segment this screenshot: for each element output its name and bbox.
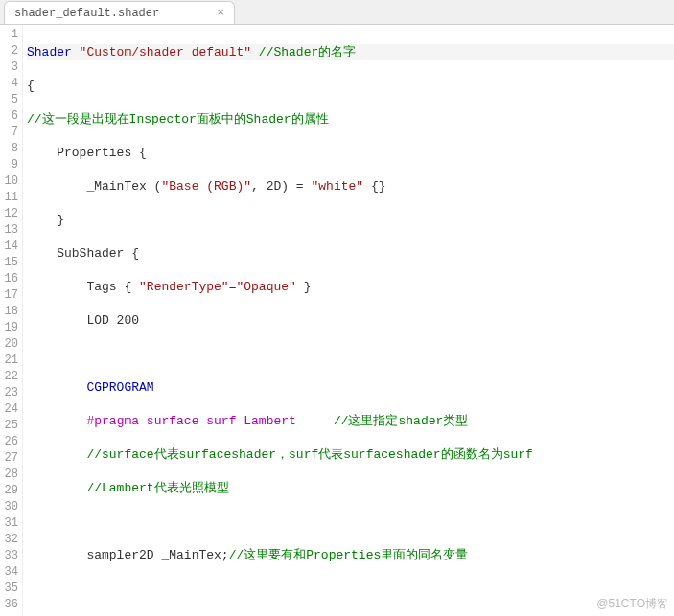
code-token: , 2D) =	[251, 179, 311, 194]
code-token: }	[296, 280, 312, 294]
watermark: @51CTO博客	[596, 596, 668, 612]
file-tab[interactable]: shader_default.shader ×	[4, 1, 235, 24]
line-gutter: 12345678910 11121314151617181920 2122232…	[0, 25, 23, 616]
code-token: surface surf Lambert	[139, 414, 334, 428]
code-token: //这里要有和Properties里面的同名变量	[229, 548, 469, 562]
tab-bar: shader_default.shader ×	[0, 0, 674, 25]
code-token: //Shader的名字	[251, 45, 356, 59]
code-editor[interactable]: 12345678910 11121314151617181920 2122232…	[0, 25, 674, 616]
code-token: sampler2D _MainTex;	[27, 548, 229, 562]
code-token: Properties {	[27, 146, 147, 160]
code-token: _MainTex (	[27, 179, 161, 194]
code-token: }	[27, 213, 64, 227]
code-token: {	[27, 79, 35, 93]
code-token: Tags {	[27, 280, 139, 294]
code-token: //这一段是出现在Inspector面板中的Shader的属性	[27, 112, 329, 126]
code-token: //Lambert代表光照模型	[27, 481, 229, 495]
code-token: SubShader {	[27, 246, 139, 261]
code-token: CGPROGRAM	[27, 380, 154, 395]
code-token: "Custom/shader_default"	[72, 45, 251, 59]
code-token: "Base (RGB)"	[161, 179, 251, 194]
code-token: //这里指定shader类型	[334, 414, 468, 428]
code-token: "white"	[311, 179, 363, 194]
code-token: LOD 200	[27, 313, 139, 328]
code-token: //surface代表surfaceshader，surf代表surfacesh…	[27, 447, 533, 462]
code-content[interactable]: Shader "Custom/shader_default" //Shader的…	[23, 25, 674, 616]
code-token: {}	[363, 179, 385, 194]
close-icon[interactable]: ×	[217, 6, 224, 20]
code-token: "Opaque"	[236, 280, 295, 294]
tab-filename: shader_default.shader	[14, 7, 159, 20]
code-token	[27, 414, 86, 428]
code-token: Shader	[27, 45, 72, 59]
code-token: #pragma	[86, 414, 139, 428]
code-token: "RenderType"	[139, 280, 229, 294]
